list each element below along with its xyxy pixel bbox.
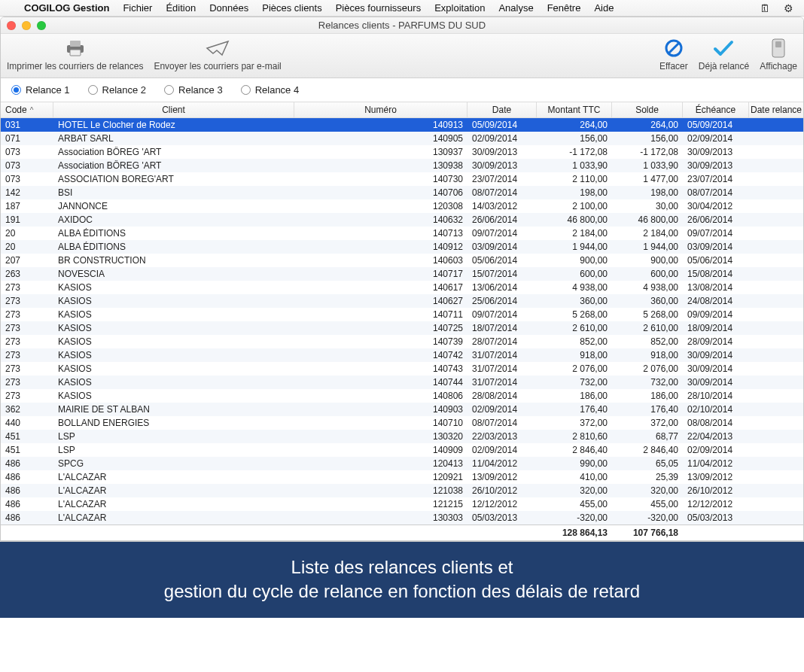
table-row[interactable]: 142BSI14070608/07/2014198,00198,0008/07/… xyxy=(1,186,803,199)
table-row[interactable]: 273KASIOS14074231/07/2014918,00918,0030/… xyxy=(1,348,803,362)
cell: KASIOS xyxy=(53,377,294,388)
cell: -320,00 xyxy=(612,512,683,523)
menu-fichier[interactable]: Fichier xyxy=(123,2,152,14)
zoom-button[interactable] xyxy=(37,21,46,30)
table-row[interactable]: 451LSP14090902/09/20142 846,402 846,4002… xyxy=(1,443,803,457)
col-echeance[interactable]: Échéance xyxy=(683,102,749,117)
col-code[interactable]: Code xyxy=(1,102,53,117)
cell: 130320 xyxy=(294,431,467,442)
cell: 03/09/2014 xyxy=(467,242,537,252)
cell: KASIOS xyxy=(53,363,294,374)
cell: L'ALCAZAR xyxy=(53,499,294,509)
table-row[interactable]: 451LSP13032022/03/20132 810,6068,7722/04… xyxy=(1,430,803,443)
cell: ASSOCIATION BOREG'ART xyxy=(53,174,294,184)
cell: 176,40 xyxy=(537,404,612,415)
table-row[interactable]: 486L'ALCAZAR13030305/03/2013-320,00-320,… xyxy=(1,511,803,525)
cell: 12/12/2012 xyxy=(683,499,749,509)
table-row[interactable]: 187JANNONCE12030814/03/20122 100,0030,00… xyxy=(1,199,803,213)
table-row[interactable]: 273KASIOS14074331/07/20142 076,002 076,0… xyxy=(1,362,803,376)
menu-fenetre[interactable]: Fenêtre xyxy=(547,2,581,14)
app-name[interactable]: COGILOG Gestion xyxy=(24,2,109,14)
cell: 05/03/2013 xyxy=(467,512,537,523)
table-row[interactable]: 273KASIOS14061713/06/20144 938,004 938,0… xyxy=(1,281,803,294)
menu-pieces-fournisseurs[interactable]: Pièces fournisseurs xyxy=(336,2,421,14)
table-row[interactable]: 191AXIDOC14063226/06/201446 800,0046 800… xyxy=(1,213,803,227)
table-row[interactable]: 073ASSOCIATION BOREG'ART14073023/07/2014… xyxy=(1,172,803,186)
table-row[interactable]: 273KASIOS14071109/07/20145 268,005 268,0… xyxy=(1,308,803,321)
radio-relance-2[interactable]: Relance 2 xyxy=(88,84,147,96)
table-row[interactable]: 440BOLLAND ENERGIES14071008/07/2014372,0… xyxy=(1,416,803,430)
menu-edition[interactable]: Édition xyxy=(166,2,196,14)
close-button[interactable] xyxy=(7,21,16,30)
gear-icon[interactable]: ⚙ xyxy=(784,2,793,14)
table-row[interactable]: 273KASIOS14074431/07/2014732,00732,0030/… xyxy=(1,376,803,389)
cell: KASIOS xyxy=(53,296,294,306)
menu-pieces-clients[interactable]: Pièces clients xyxy=(262,2,321,14)
table-row[interactable]: 073Association BÔREG 'ART13093730/09/201… xyxy=(1,145,803,159)
cell: 140913 xyxy=(294,120,467,130)
caption-line1: Liste des relances clients et xyxy=(30,555,774,579)
table-row[interactable]: 071ARBAT SARL14090502/09/2014156,00156,0… xyxy=(1,132,803,145)
col-montant-ttc[interactable]: Montant TTC xyxy=(537,102,612,117)
table-row[interactable]: 207BR CONSTRUCTION14060305/06/2014900,00… xyxy=(1,254,803,267)
cell: 140742 xyxy=(294,350,467,360)
col-date-relance[interactable]: Date relance xyxy=(749,102,803,117)
col-client[interactable]: Client xyxy=(53,102,294,117)
cell: HOTEL Le Clocher de Rodez xyxy=(53,120,294,130)
cell: 02/09/2014 xyxy=(467,445,537,455)
col-date[interactable]: Date xyxy=(467,102,537,117)
cell: 198,00 xyxy=(612,187,683,198)
cell: 130938 xyxy=(294,160,467,171)
caption-banner: Liste des relances clients et gestion du… xyxy=(0,542,804,618)
col-solde[interactable]: Solde xyxy=(612,102,683,117)
table-row[interactable]: 486SPCG12041311/04/2012990,0065,0511/04/… xyxy=(1,457,803,470)
cell: NOVESCIA xyxy=(53,269,294,279)
menu-exploitation[interactable]: Exploitation xyxy=(434,2,485,14)
macos-menubar: COGILOG Gestion Fichier Édition Données … xyxy=(0,0,804,17)
clear-button[interactable]: Effacer xyxy=(659,38,688,71)
cell: 140710 xyxy=(294,418,467,428)
display-button[interactable]: Affichage xyxy=(760,38,797,71)
table-row[interactable]: 362MAIRIE DE ST ALBAN14090302/09/2014176… xyxy=(1,403,803,416)
table-row[interactable]: 273KASIOS14073928/07/2014852,00852,0028/… xyxy=(1,335,803,348)
table-row[interactable]: 273KASIOS14062725/06/2014360,00360,0024/… xyxy=(1,294,803,308)
table-row[interactable]: 273KASIOS14080628/08/2014186,00186,0028/… xyxy=(1,389,803,403)
radio-relance-1[interactable]: Relance 1 xyxy=(11,84,70,96)
email-button[interactable]: Envoyer les courriers par e-mail xyxy=(154,38,281,71)
cell: 05/09/2014 xyxy=(683,120,749,130)
print-button[interactable]: Imprimer les courriers de relances xyxy=(7,38,143,71)
table-row[interactable]: 486L'ALCAZAR12103826/10/2012320,00320,00… xyxy=(1,484,803,497)
minimize-button[interactable] xyxy=(22,21,31,30)
cell: 191 xyxy=(1,214,53,225)
cell: 26/06/2014 xyxy=(467,214,537,225)
cell: 18/07/2014 xyxy=(467,323,537,333)
radio-relance-4[interactable]: Relance 4 xyxy=(241,84,300,96)
cell: 900,00 xyxy=(537,255,612,266)
table-row[interactable]: 486L'ALCAZAR12121512/12/2012455,00455,00… xyxy=(1,497,803,511)
done-button[interactable]: Déjà relancé xyxy=(699,38,749,71)
menu-donnees[interactable]: Données xyxy=(209,2,248,14)
cell: 140909 xyxy=(294,445,467,455)
menu-analyse[interactable]: Analyse xyxy=(498,2,533,14)
cell: 4 938,00 xyxy=(537,282,612,293)
cell: ALBA ÉDITIONS xyxy=(53,242,294,252)
cell: L'ALCAZAR xyxy=(53,472,294,482)
cell: 121038 xyxy=(294,485,467,496)
cell: 732,00 xyxy=(537,377,612,388)
col-numero[interactable]: Numéro xyxy=(294,102,467,117)
cell: 30/04/2012 xyxy=(683,201,749,211)
radio-relance-3[interactable]: Relance 3 xyxy=(164,84,223,96)
cell: 455,00 xyxy=(612,499,683,509)
table-row[interactable]: 273KASIOS14072518/07/20142 610,002 610,0… xyxy=(1,321,803,335)
cell: 30/09/2013 xyxy=(683,147,749,157)
table-row[interactable]: 486L'ALCAZAR12092113/09/2012410,0025,391… xyxy=(1,470,803,484)
table-row[interactable]: 031HOTEL Le Clocher de Rodez14091305/09/… xyxy=(1,118,803,132)
relance-radio-group: Relance 1Relance 2Relance 3Relance 4 xyxy=(1,78,803,102)
menu-aide[interactable]: Aide xyxy=(594,2,614,14)
cell: 1 944,00 xyxy=(537,242,612,252)
table-row[interactable]: 20ALBA ÉDITIONS14091203/09/20141 944,001… xyxy=(1,240,803,254)
table-row[interactable]: 20ALBA ÉDITIONS14071309/07/20142 184,002… xyxy=(1,227,803,240)
table-row[interactable]: 263NOVESCIA14071715/07/2014600,00600,001… xyxy=(1,267,803,281)
calendar-icon[interactable]: 🗓 xyxy=(760,2,770,14)
table-row[interactable]: 073Association BÔREG 'ART13093830/09/201… xyxy=(1,159,803,172)
